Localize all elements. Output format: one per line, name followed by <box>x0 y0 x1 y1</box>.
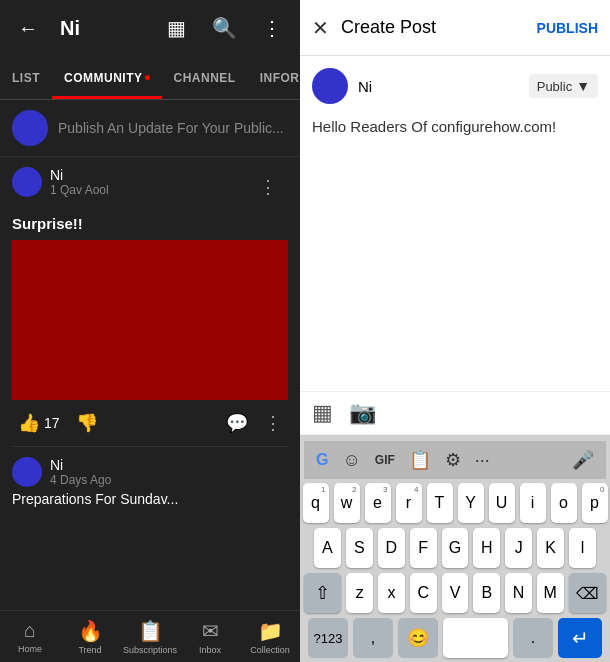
trend-icon: 🔥 <box>78 619 103 643</box>
cast-icon[interactable]: ▦ <box>156 8 196 48</box>
chart-icon[interactable]: ▦ <box>312 400 333 426</box>
author-avatar <box>312 68 348 104</box>
key-y[interactable]: Y <box>458 483 484 523</box>
audience-select[interactable]: Public ▼ <box>529 74 598 98</box>
comment-button[interactable]: 💬 <box>220 408 254 438</box>
gif-icon[interactable]: GIF <box>371 451 399 469</box>
key-s[interactable]: S <box>346 528 373 568</box>
enter-key[interactable]: ↵ <box>558 618 602 658</box>
key-a[interactable]: A <box>314 528 341 568</box>
post-2-text: Preparations For Sundav... <box>12 491 288 507</box>
key-b[interactable]: B <box>473 573 500 613</box>
more-tools-icon[interactable]: ··· <box>471 448 494 473</box>
comma-key[interactable]: , <box>353 618 393 658</box>
nav-inbox[interactable]: ✉ Inbox <box>180 619 240 655</box>
backspace-key[interactable]: ⌫ <box>569 573 606 613</box>
key-e[interactable]: 3e <box>365 483 391 523</box>
key-n[interactable]: N <box>505 573 532 613</box>
key-p[interactable]: 0p <box>582 483 608 523</box>
thumbs-up-icon: 👍 <box>18 412 40 434</box>
keyboard-toolbar: G ☺ GIF 📋 ⚙ ··· 🎤 <box>304 441 606 479</box>
numeric-key[interactable]: ?123 <box>308 618 348 658</box>
key-q[interactable]: 1q <box>303 483 329 523</box>
post-card-1: Ni 1 Qav Aool ⋮ Surprise!! 👍 17 👎 💬 ⋮ <box>0 157 300 446</box>
nav-subscriptions-label: Subscriptions <box>123 645 177 655</box>
more-icon[interactable]: ⋮ <box>252 8 292 48</box>
clipboard-icon[interactable]: 📋 <box>405 447 435 473</box>
nav-subscriptions[interactable]: 📋 Subscriptions <box>120 619 180 655</box>
nav-collection-label: Collection <box>250 645 290 655</box>
image-icon[interactable]: 📷 <box>349 400 376 426</box>
post-1-avatar <box>12 167 42 197</box>
create-post-header: ✕ Create Post PUBLISH <box>300 0 610 56</box>
search-icon[interactable]: 🔍 <box>204 8 244 48</box>
left-panel: ← Ni ▦ 🔍 ⋮ LIST COMMUNITY CHANNEL INFORM… <box>0 0 300 662</box>
create-post-title: Create Post <box>341 17 537 38</box>
key-z[interactable]: z <box>346 573 373 613</box>
tab-list[interactable]: LIST <box>0 56 52 99</box>
key-x[interactable]: x <box>378 573 405 613</box>
key-g[interactable]: G <box>442 528 469 568</box>
google-icon[interactable]: G <box>312 449 332 471</box>
post-2-avatar <box>12 457 42 487</box>
nav-home[interactable]: ⌂ Home <box>0 619 60 654</box>
publish-bar[interactable]: Publish An Update For Your Public... <box>0 100 300 157</box>
key-j[interactable]: J <box>505 528 532 568</box>
key-f[interactable]: F <box>410 528 437 568</box>
close-icon[interactable]: ✕ <box>312 16 329 40</box>
key-m[interactable]: M <box>537 573 564 613</box>
shift-key[interactable]: ⇧ <box>304 573 341 613</box>
home-icon: ⌂ <box>24 619 36 642</box>
nav-home-label: Home <box>18 644 42 654</box>
post-1-options-button[interactable]: ⋮ <box>258 408 288 438</box>
keyboard-row-2: A S D F G H J K l <box>304 528 606 568</box>
post-1-more-icon[interactable]: ⋮ <box>248 167 288 207</box>
space-key[interactable] <box>443 618 508 658</box>
comment-icon: 💬 <box>226 412 248 434</box>
nav-trend[interactable]: 🔥 Trend <box>60 619 120 655</box>
key-o[interactable]: o <box>551 483 577 523</box>
tab-informasi[interactable]: INFORMASI <box>248 56 300 99</box>
key-h[interactable]: H <box>473 528 500 568</box>
sticker-icon[interactable]: ☺ <box>338 448 364 473</box>
keyboard-row-1: 1q 2w 3e 4r T Y U i o 0p <box>304 483 606 523</box>
tab-community[interactable]: COMMUNITY <box>52 56 162 99</box>
key-w[interactable]: 2w <box>334 483 360 523</box>
publish-button[interactable]: PUBLISH <box>537 20 598 36</box>
mic-icon[interactable]: 🎤 <box>568 447 598 473</box>
post-2-user-info: Ni 4 Days Ago <box>12 457 111 487</box>
key-t[interactable]: T <box>427 483 453 523</box>
post-2-username: Ni <box>50 457 111 473</box>
key-v[interactable]: V <box>442 573 469 613</box>
audience-text: Public <box>537 79 572 94</box>
like-button[interactable]: 👍 17 <box>12 408 66 438</box>
post-1-text: Surprise!! <box>12 215 288 232</box>
post-1-user-info: Ni 1 Qav Aool <box>12 167 109 197</box>
post-input-area[interactable]: Hello Readers Of configurehow.com! <box>300 116 610 391</box>
chevron-down-icon: ▼ <box>576 78 590 94</box>
key-i[interactable]: i <box>520 483 546 523</box>
key-k[interactable]: K <box>537 528 564 568</box>
subscriptions-icon: 📋 <box>138 619 163 643</box>
publish-placeholder: Publish An Update For Your Public... <box>58 120 288 136</box>
settings-icon[interactable]: ⚙ <box>441 447 465 473</box>
back-button[interactable]: ← <box>8 8 48 48</box>
nav-collection[interactable]: 📁 Collection <box>240 619 300 655</box>
post-1-time: 1 Qav Aool <box>50 183 109 197</box>
post-text-input[interactable]: Hello Readers Of configurehow.com! <box>312 116 598 139</box>
key-r[interactable]: 4r <box>396 483 422 523</box>
like-count: 17 <box>44 415 60 431</box>
key-d[interactable]: D <box>378 528 405 568</box>
post-1-actions: 👍 17 👎 💬 ⋮ <box>12 400 288 446</box>
keyboard-row-3: ⇧ z x C V B N M ⌫ <box>304 573 606 613</box>
post-card-2: Ni 4 Days Ago Preparations For Sundav... <box>0 447 300 517</box>
post-2-header: Ni 4 Days Ago <box>12 457 288 487</box>
key-u[interactable]: U <box>489 483 515 523</box>
period-key[interactable]: . <box>513 618 553 658</box>
tab-channel[interactable]: CHANNEL <box>162 56 248 99</box>
right-panel: ✕ Create Post PUBLISH Ni Public ▼ Hello … <box>300 0 610 662</box>
key-c[interactable]: C <box>410 573 437 613</box>
dislike-button[interactable]: 👎 <box>70 408 104 438</box>
emoji-key[interactable]: 😊 <box>398 618 438 658</box>
key-l[interactable]: l <box>569 528 596 568</box>
